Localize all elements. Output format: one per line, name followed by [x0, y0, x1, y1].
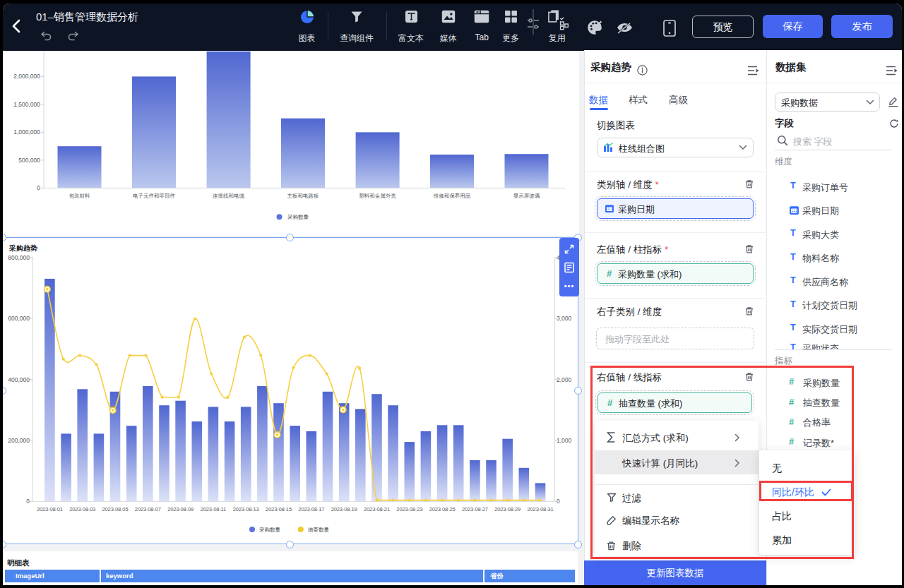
svg-text:800,000: 800,000	[8, 254, 30, 261]
svg-text:2023-08-07: 2023-08-07	[135, 506, 161, 512]
svg-text:200,000: 200,000	[8, 437, 30, 444]
svg-text:2023-08-23: 2023-08-23	[396, 506, 422, 512]
svg-text:2023-08-09: 2023-08-09	[167, 506, 194, 512]
svg-text:600,000: 600,000	[8, 315, 30, 322]
svg-text:2023-08-11: 2023-08-11	[201, 506, 226, 512]
svg-text:3,000: 3,000	[557, 315, 572, 322]
svg-text:2023-08-17: 2023-08-17	[298, 506, 324, 512]
svg-text:2,000: 2,000	[557, 376, 572, 383]
svg-text:2023-08-01: 2023-08-01	[37, 506, 63, 512]
svg-text:2023-08-15: 2023-08-15	[266, 506, 292, 512]
svg-text:连接线和电缆: 连接线和电缆	[213, 193, 245, 199]
svg-text:抽查数量: 抽查数量	[308, 527, 330, 533]
svg-text:1,500,000: 1,500,000	[13, 101, 40, 108]
svg-text:维修和保养用品: 维修和保养用品	[434, 193, 471, 199]
svg-text:2023-08-27: 2023-08-27	[462, 506, 488, 512]
svg-text:采购数量: 采购数量	[287, 214, 309, 220]
svg-text:2023-08-19: 2023-08-19	[331, 506, 357, 512]
svg-text:采购数量: 采购数量	[259, 527, 281, 533]
svg-text:主板和电路板: 主板和电路板	[287, 193, 320, 199]
svg-text:2023-08-31: 2023-08-31	[528, 506, 554, 512]
svg-text:0: 0	[26, 498, 30, 505]
svg-text:1,000,000: 1,000,000	[13, 128, 40, 136]
svg-text:1,000: 1,000	[557, 437, 572, 444]
svg-text:2023-08-13: 2023-08-13	[233, 506, 259, 512]
svg-text:塑料和金属外壳: 塑料和金属外壳	[359, 193, 396, 199]
svg-text:2,000,000: 2,000,000	[13, 73, 40, 80]
svg-text:2023-08-05: 2023-08-05	[102, 506, 129, 512]
svg-text:包装材料: 包装材料	[69, 193, 91, 199]
svg-text:2023-08-29: 2023-08-29	[494, 506, 521, 512]
svg-text:400,000: 400,000	[8, 376, 30, 383]
svg-text:2023-08-03: 2023-08-03	[69, 506, 95, 512]
svg-text:2023-08-21: 2023-08-21	[364, 506, 390, 512]
svg-text:2023-08-25: 2023-08-25	[429, 506, 456, 512]
svg-text:0: 0	[37, 184, 40, 191]
svg-text:电子元件和零部件: 电子元件和零部件	[133, 193, 176, 199]
svg-text:显示屏玻璃: 显示屏玻璃	[513, 193, 540, 199]
svg-text:500,000: 500,000	[18, 157, 40, 164]
